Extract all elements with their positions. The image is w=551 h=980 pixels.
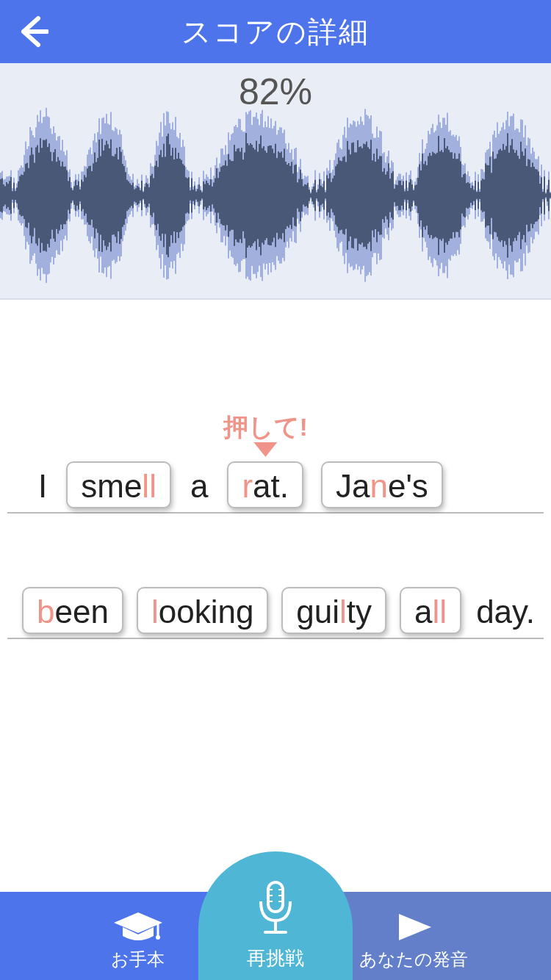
svg-rect-721: [508, 153, 510, 238]
svg-rect-739: [535, 169, 536, 222]
svg-rect-480: [154, 166, 156, 226]
svg-rect-736: [530, 167, 532, 223]
svg-rect-430: [81, 180, 82, 212]
svg-rect-477: [150, 176, 151, 215]
svg-rect-732: [525, 148, 526, 242]
svg-rect-378: [4, 186, 6, 204]
svg-rect-632: [378, 159, 379, 232]
svg-rect-661: [420, 170, 422, 220]
svg-rect-560: [272, 148, 273, 242]
svg-rect-623: [364, 144, 366, 246]
svg-rect-707: [488, 165, 489, 226]
page-title: スコアの詳細: [0, 12, 551, 52]
svg-rect-751: [268, 882, 283, 912]
svg-rect-461: [126, 180, 128, 211]
svg-rect-431: [82, 181, 84, 209]
svg-rect-443: [100, 156, 101, 234]
svg-rect-427: [76, 185, 78, 206]
svg-rect-719: [505, 146, 507, 245]
svg-rect-468: [137, 186, 138, 205]
svg-rect-463: [129, 183, 131, 207]
back-button[interactable]: [15, 14, 50, 49]
svg-rect-635: [382, 172, 383, 220]
svg-rect-592: [319, 179, 320, 212]
svg-rect-594: [322, 187, 323, 203]
svg-rect-504: [190, 190, 191, 200]
svg-rect-697: [473, 190, 475, 201]
svg-rect-496: [178, 153, 179, 238]
svg-rect-552: [260, 136, 262, 256]
svg-rect-587: [311, 190, 313, 202]
svg-rect-746: [545, 193, 547, 197]
svg-rect-615: [353, 143, 354, 248]
svg-rect-595: [323, 181, 325, 209]
svg-rect-628: [372, 160, 373, 230]
svg-rect-708: [489, 156, 491, 234]
svg-rect-744: [542, 192, 544, 199]
svg-rect-487: [165, 156, 166, 234]
svg-rect-522: [216, 168, 217, 223]
svg-rect-464: [131, 185, 132, 206]
svg-rect-472: [143, 192, 144, 199]
word-rat[interactable]: 押して! rat.: [227, 461, 303, 508]
word-all[interactable]: all: [400, 587, 461, 634]
svg-rect-689: [461, 177, 463, 213]
svg-rect-580: [301, 179, 303, 212]
svg-rect-503: [188, 177, 190, 214]
score-panel: 82%: [0, 63, 551, 300]
svg-rect-652: [407, 191, 408, 200]
svg-rect-402: [40, 138, 41, 253]
svg-rect-529: [226, 166, 228, 226]
svg-rect-426: [75, 180, 76, 211]
svg-rect-686: [457, 159, 458, 232]
word-smell[interactable]: smell: [66, 461, 171, 508]
word-guilty[interactable]: guilty: [281, 587, 386, 634]
word-a: a: [189, 462, 209, 511]
svg-rect-500: [184, 165, 185, 225]
svg-rect-665: [426, 165, 428, 226]
svg-rect-409: [50, 152, 51, 239]
svg-rect-700: [478, 181, 479, 209]
svg-rect-457: [120, 152, 122, 239]
svg-rect-520: [213, 182, 215, 208]
word-been[interactable]: been: [22, 587, 123, 634]
svg-rect-502: [187, 179, 188, 213]
svg-rect-404: [43, 140, 44, 251]
svg-rect-573: [291, 162, 292, 228]
word-looking[interactable]: looking: [137, 587, 268, 634]
svg-rect-390: [22, 175, 24, 216]
word-janes[interactable]: Jane's: [321, 461, 443, 508]
svg-rect-544: [248, 145, 250, 246]
tap-hint-text: 押して!: [223, 413, 308, 441]
svg-rect-535: [235, 151, 237, 239]
svg-rect-644: [395, 184, 397, 206]
svg-rect-606: [339, 160, 341, 230]
svg-rect-656: [413, 190, 414, 201]
svg-rect-568: [284, 148, 285, 242]
svg-rect-412: [54, 149, 56, 242]
svg-rect-558: [269, 145, 270, 245]
svg-rect-445: [103, 151, 104, 240]
svg-rect-578: [298, 179, 300, 212]
svg-rect-728: [519, 159, 520, 232]
svg-rect-386: [16, 187, 18, 203]
retry-button[interactable]: 再挑戦: [198, 851, 353, 980]
svg-rect-476: [148, 187, 150, 203]
svg-rect-588: [313, 187, 314, 204]
svg-rect-654: [410, 179, 411, 212]
svg-rect-643: [394, 189, 395, 203]
svg-rect-677: [444, 138, 445, 253]
svg-rect-695: [470, 188, 472, 203]
svg-rect-730: [522, 151, 523, 239]
svg-rect-453: [115, 154, 116, 237]
svg-rect-493: [173, 159, 175, 231]
svg-rect-382: [10, 177, 12, 214]
svg-rect-394: [28, 168, 29, 223]
svg-rect-718: [504, 150, 505, 241]
play-icon: [393, 911, 434, 943]
svg-rect-579: [300, 170, 301, 221]
svg-rect-438: [93, 163, 94, 227]
svg-rect-715: [500, 149, 501, 242]
svg-rect-534: [234, 145, 235, 246]
svg-rect-436: [90, 166, 91, 226]
